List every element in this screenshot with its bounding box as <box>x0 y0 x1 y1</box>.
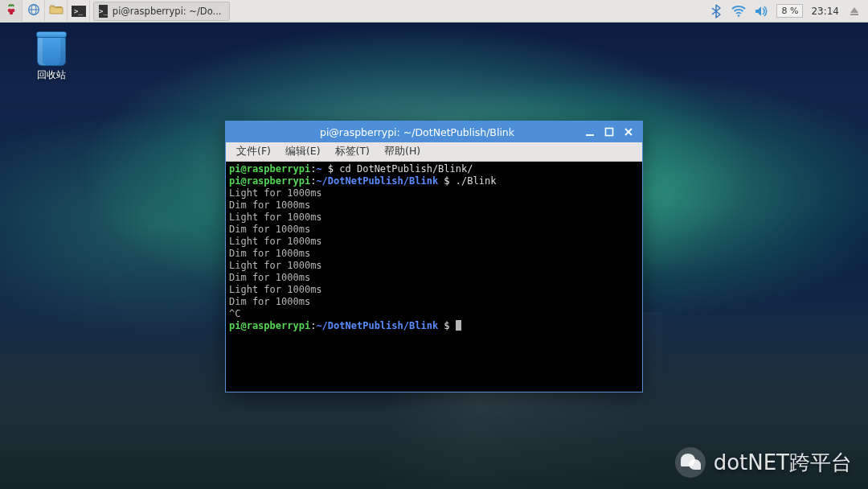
terminal-line: Light for 1000ms <box>229 187 639 199</box>
svg-rect-9 <box>606 129 613 136</box>
menu-tabs[interactable]: 标签(T) <box>330 143 375 160</box>
terminal-line: Light for 1000ms <box>229 284 639 296</box>
taskbar: >_ >_ pi@raspberrypi: ~/Do... 8 % 23:14 <box>0 0 868 23</box>
volume-icon[interactable] <box>754 4 768 18</box>
clock[interactable]: 23:14 <box>811 6 839 17</box>
terminal-window: pi@raspberrypi: ~/DotNetPublish/Blink 文件… <box>225 121 643 392</box>
terminal-line: Light for 1000ms <box>229 212 639 224</box>
svg-rect-8 <box>586 134 594 136</box>
raspberry-icon <box>5 3 18 18</box>
battery-indicator[interactable]: 8 % <box>776 4 803 18</box>
web-browser-button[interactable] <box>23 0 45 23</box>
terminal-line: Light for 1000ms <box>229 260 639 272</box>
terminal-icon: >_ <box>99 5 108 18</box>
terminal-body[interactable]: pi@raspberrypi:~ $ cd DotNetPublish/Blin… <box>226 162 642 392</box>
terminal-icon: >_ <box>72 6 86 17</box>
terminal-launcher-button[interactable]: >_ <box>68 0 90 23</box>
terminal-line: pi@raspberrypi:~/DotNetPublish/Blink $ <box>229 320 639 332</box>
taskbar-app-terminal[interactable]: >_ pi@raspberrypi: ~/Do... <box>93 2 230 21</box>
menu-button[interactable] <box>0 0 23 23</box>
menu-help[interactable]: 帮助(H) <box>379 143 426 160</box>
watermark: dotNET跨平台 <box>675 447 852 478</box>
trash-icon <box>37 35 66 66</box>
cursor <box>456 320 461 331</box>
terminal-line: Dim for 1000ms <box>229 199 639 212</box>
wechat-icon <box>675 447 706 478</box>
terminal-line: Dim for 1000ms <box>229 248 639 260</box>
close-button[interactable] <box>623 126 634 138</box>
trash-desktop-icon[interactable]: 回收站 <box>27 35 76 82</box>
wifi-icon[interactable] <box>731 4 746 18</box>
terminal-menubar: 文件(F) 编辑(E) 标签(T) 帮助(H) <box>226 142 642 162</box>
minimize-button[interactable] <box>584 126 596 138</box>
eject-icon[interactable] <box>847 4 862 18</box>
file-manager-button[interactable] <box>45 0 68 23</box>
terminal-line: Dim for 1000ms <box>229 224 639 236</box>
globe-icon <box>27 3 40 18</box>
terminal-line: Dim for 1000ms <box>229 272 639 284</box>
terminal-line: Dim for 1000ms <box>229 296 639 308</box>
menu-edit[interactable]: 编辑(E) <box>280 143 326 160</box>
trash-label: 回收站 <box>37 68 66 82</box>
menu-file[interactable]: 文件(F) <box>231 143 276 160</box>
folder-icon <box>49 3 63 18</box>
terminal-line: pi@raspberrypi:~ $ cd DotNetPublish/Blin… <box>229 163 639 175</box>
window-titlebar[interactable]: pi@raspberrypi: ~/DotNetPublish/Blink <box>226 121 642 142</box>
watermark-text: dotNET跨平台 <box>714 449 852 477</box>
svg-rect-7 <box>850 14 858 15</box>
terminal-line: Light for 1000ms <box>229 236 639 248</box>
svg-point-2 <box>9 11 13 15</box>
terminal-line: pi@raspberrypi:~/DotNetPublish/Blink $ .… <box>229 175 639 187</box>
taskbar-app-label: pi@raspberrypi: ~/Do... <box>113 6 222 17</box>
terminal-line: ^C <box>229 308 639 320</box>
bluetooth-icon[interactable] <box>709 4 723 18</box>
svg-point-6 <box>738 14 740 17</box>
window-title: pi@raspberrypi: ~/DotNetPublish/Blink <box>226 126 576 138</box>
system-tray: 8 % 23:14 <box>709 0 868 22</box>
maximize-button[interactable] <box>604 126 615 138</box>
